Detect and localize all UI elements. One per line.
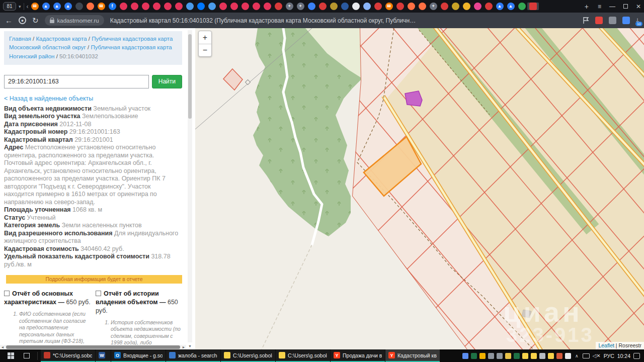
call-icon[interactable] (556, 353, 562, 359)
report-history-checkbox[interactable] (96, 291, 101, 296)
magenta-parcel[interactable] (405, 91, 422, 106)
display-network-icon[interactable] (583, 353, 590, 358)
bookmark-flag-icon[interactable] (583, 17, 589, 24)
tab-counter[interactable]: 81 (3, 2, 16, 11)
tab-favicon[interactable] (164, 3, 172, 10)
tab-favicon[interactable]: ▲ (507, 3, 515, 10)
url-text[interactable]: kadastrnomer.ru (57, 18, 99, 24)
extension-docs-icon[interactable] (622, 17, 630, 24)
tab-favicon[interactable] (341, 3, 349, 10)
search-button[interactable]: Найти (152, 75, 182, 88)
close-button[interactable]: ✕ (636, 3, 641, 10)
taskbar-button[interactable]: жалоба - search-ms:... (166, 349, 220, 362)
back-to-results-link[interactable]: < Назад в найденные объекты (4, 95, 182, 102)
shield-icon[interactable] (479, 353, 486, 359)
device-icon[interactable] (539, 353, 545, 359)
map-canvas[interactable]: циан 323-913 (195, 28, 644, 349)
sidebar-horizontal-scrollbar[interactable]: ◄ ► (0, 345, 186, 349)
tab-favicon[interactable] (131, 3, 138, 10)
scroll-tabs-left-icon[interactable]: ‹ (27, 3, 29, 10)
taskbar-button[interactable]: *C:\Users\g.sobole\... (41, 349, 95, 362)
chrome-icon[interactable] (565, 353, 571, 359)
taskbar-button[interactable]: YПродажа дачи в Под... (331, 349, 385, 362)
back-icon[interactable]: ← (5, 16, 13, 25)
scroll-down-arrow-icon[interactable]: ▼ (188, 344, 192, 348)
tab-favicon[interactable] (230, 3, 238, 10)
leaflet-link[interactable]: Leaflet (598, 342, 614, 348)
tab-favicon[interactable] (208, 3, 216, 10)
chevron-down-icon[interactable]: ▾ (19, 4, 21, 9)
hidden-icons-chevron-icon[interactable]: ∧ (575, 353, 579, 358)
tab-favicon[interactable] (197, 3, 205, 10)
language-indicator[interactable]: РУС (604, 353, 614, 359)
breadcrumb-item[interactable]: Главная (9, 36, 31, 42)
taskbar-button[interactable]: C:\Users\g.sobole\D... (221, 349, 275, 362)
tab-favicon[interactable] (175, 3, 183, 10)
menu-icon[interactable]: ≡ (598, 3, 601, 10)
tab-favicon[interactable]: ✉ (98, 3, 105, 10)
tab-favicon[interactable] (529, 3, 537, 10)
taskbar-button[interactable]: W (96, 349, 111, 362)
start-button[interactable] (2, 349, 19, 362)
scroll-right-arrow-icon[interactable]: ► (181, 345, 186, 349)
tab-favicon[interactable]: ✉ (385, 3, 393, 10)
volume-muted-icon[interactable]: ◁✕ (593, 353, 601, 358)
tab-favicon[interactable]: + (286, 3, 293, 10)
downloads-icon[interactable]: ⤓10 (636, 17, 639, 25)
taskbar-button[interactable]: C:\Users\g.sobolev\D... (276, 349, 330, 362)
tab-favicon[interactable] (441, 3, 448, 10)
tab-favicon[interactable] (319, 3, 327, 10)
tab-favicon[interactable]: f (109, 3, 116, 10)
taskbar-button[interactable]: YКадастровый кварта... (385, 349, 440, 362)
tab-favicon[interactable]: ✉ (31, 3, 39, 10)
scrollbar-thumb[interactable] (6, 345, 180, 349)
browser-logo-icon[interactable]: ● (19, 17, 26, 24)
clock[interactable]: 10:24 (617, 353, 630, 359)
scroll-left-arrow-icon[interactable]: ◄ (0, 345, 5, 349)
tab-favicon[interactable] (396, 3, 404, 10)
tab-favicon[interactable] (142, 3, 149, 10)
map-panel[interactable]: циан 323-913 + − Leaflet | Rosreestr (195, 28, 644, 349)
tab-favicon[interactable] (219, 3, 227, 10)
breadcrumb-item[interactable]: Кадастровая карта (36, 36, 87, 42)
folder-1-icon[interactable] (522, 353, 528, 359)
tab-favicon[interactable]: ▲ (42, 3, 50, 10)
tab-favicon[interactable] (253, 3, 260, 10)
tab-favicon[interactable] (242, 3, 249, 10)
tab-favicon[interactable] (485, 3, 493, 10)
tab-favicon[interactable] (363, 3, 371, 10)
tab-favicon[interactable] (463, 3, 470, 10)
tab-favicon[interactable]: + (297, 3, 304, 10)
sidebar-vertical-scrollbar[interactable]: ▼ (188, 30, 192, 342)
refresh-icon[interactable]: ↻ (32, 16, 39, 25)
minimize-button[interactable]: — (609, 3, 615, 10)
tab-favicon[interactable] (374, 3, 382, 10)
app-gray-2-icon[interactable] (497, 353, 503, 359)
address-bar[interactable]: kadastrnomer.ru (45, 15, 104, 26)
tab-favicon[interactable]: ▲ (53, 3, 61, 10)
tab-favicon[interactable] (408, 3, 415, 10)
taskbar-button[interactable]: OВходящие - g.sobole... (111, 349, 166, 362)
tab-favicon[interactable] (75, 3, 83, 10)
extension-collections-icon[interactable] (595, 17, 603, 24)
app-gray-1-icon[interactable] (488, 353, 494, 359)
search-input[interactable] (4, 75, 149, 88)
users-icon[interactable] (462, 353, 468, 359)
tab-favicon[interactable] (330, 3, 338, 10)
tab-favicon[interactable] (419, 3, 426, 10)
zoom-out-button[interactable]: − (199, 44, 211, 56)
restore-button[interactable] (623, 4, 628, 9)
folder-2-icon[interactable] (531, 353, 537, 359)
tab-favicon[interactable] (452, 3, 459, 10)
notification-center-icon[interactable] (633, 353, 640, 359)
tab-favicon[interactable] (120, 3, 127, 10)
tab-favicon[interactable] (87, 3, 94, 10)
tab-favicon[interactable] (518, 3, 526, 10)
tab-favicon[interactable] (275, 3, 282, 10)
zoom-in-button[interactable]: + (199, 31, 211, 44)
tab-favicon[interactable]: + (430, 3, 437, 10)
tab-favicon[interactable] (352, 3, 360, 10)
excel-icon[interactable] (471, 353, 477, 359)
tab-favicon[interactable] (186, 3, 194, 10)
report-basic-checkbox[interactable] (4, 291, 10, 296)
